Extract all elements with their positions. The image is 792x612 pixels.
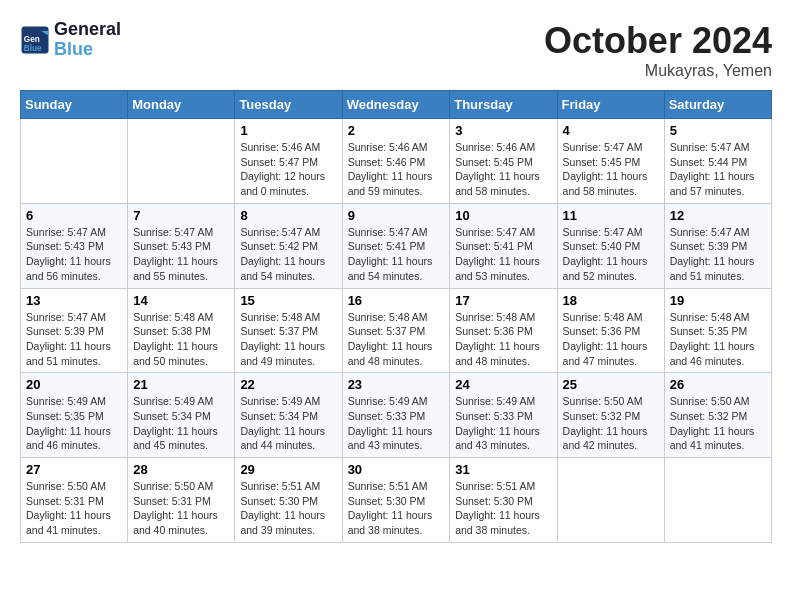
page-header: Gen Blue General Blue October 2024 Mukay… bbox=[20, 20, 772, 80]
day-info: Sunrise: 5:46 AM Sunset: 5:47 PM Dayligh… bbox=[240, 140, 336, 199]
calendar-cell: 28Sunrise: 5:50 AM Sunset: 5:31 PM Dayli… bbox=[128, 458, 235, 543]
day-info: Sunrise: 5:50 AM Sunset: 5:32 PM Dayligh… bbox=[563, 394, 659, 453]
day-info: Sunrise: 5:50 AM Sunset: 5:31 PM Dayligh… bbox=[133, 479, 229, 538]
calendar-cell: 26Sunrise: 5:50 AM Sunset: 5:32 PM Dayli… bbox=[664, 373, 771, 458]
calendar-cell: 2Sunrise: 5:46 AM Sunset: 5:46 PM Daylig… bbox=[342, 119, 450, 204]
day-info: Sunrise: 5:49 AM Sunset: 5:35 PM Dayligh… bbox=[26, 394, 122, 453]
day-number: 17 bbox=[455, 293, 551, 308]
day-info: Sunrise: 5:47 AM Sunset: 5:39 PM Dayligh… bbox=[670, 225, 766, 284]
weekday-header: Sunday bbox=[21, 91, 128, 119]
day-info: Sunrise: 5:49 AM Sunset: 5:33 PM Dayligh… bbox=[455, 394, 551, 453]
day-info: Sunrise: 5:47 AM Sunset: 5:45 PM Dayligh… bbox=[563, 140, 659, 199]
day-info: Sunrise: 5:47 AM Sunset: 5:41 PM Dayligh… bbox=[455, 225, 551, 284]
calendar-week-row: 20Sunrise: 5:49 AM Sunset: 5:35 PM Dayli… bbox=[21, 373, 772, 458]
day-number: 19 bbox=[670, 293, 766, 308]
weekday-header: Wednesday bbox=[342, 91, 450, 119]
day-info: Sunrise: 5:47 AM Sunset: 5:43 PM Dayligh… bbox=[26, 225, 122, 284]
day-number: 22 bbox=[240, 377, 336, 392]
calendar-cell: 29Sunrise: 5:51 AM Sunset: 5:30 PM Dayli… bbox=[235, 458, 342, 543]
calendar-cell: 17Sunrise: 5:48 AM Sunset: 5:36 PM Dayli… bbox=[450, 288, 557, 373]
day-number: 3 bbox=[455, 123, 551, 138]
calendar-table: SundayMondayTuesdayWednesdayThursdayFrid… bbox=[20, 90, 772, 543]
day-info: Sunrise: 5:47 AM Sunset: 5:44 PM Dayligh… bbox=[670, 140, 766, 199]
day-info: Sunrise: 5:47 AM Sunset: 5:43 PM Dayligh… bbox=[133, 225, 229, 284]
day-number: 20 bbox=[26, 377, 122, 392]
day-number: 21 bbox=[133, 377, 229, 392]
logo-text: General Blue bbox=[54, 20, 121, 60]
day-number: 28 bbox=[133, 462, 229, 477]
day-number: 7 bbox=[133, 208, 229, 223]
day-number: 6 bbox=[26, 208, 122, 223]
svg-text:Blue: Blue bbox=[24, 43, 42, 52]
day-info: Sunrise: 5:46 AM Sunset: 5:45 PM Dayligh… bbox=[455, 140, 551, 199]
calendar-cell: 13Sunrise: 5:47 AM Sunset: 5:39 PM Dayli… bbox=[21, 288, 128, 373]
calendar-cell: 1Sunrise: 5:46 AM Sunset: 5:47 PM Daylig… bbox=[235, 119, 342, 204]
calendar-header-row: SundayMondayTuesdayWednesdayThursdayFrid… bbox=[21, 91, 772, 119]
calendar-week-row: 13Sunrise: 5:47 AM Sunset: 5:39 PM Dayli… bbox=[21, 288, 772, 373]
day-info: Sunrise: 5:48 AM Sunset: 5:36 PM Dayligh… bbox=[455, 310, 551, 369]
day-number: 4 bbox=[563, 123, 659, 138]
calendar-cell: 12Sunrise: 5:47 AM Sunset: 5:39 PM Dayli… bbox=[664, 203, 771, 288]
calendar-cell: 8Sunrise: 5:47 AM Sunset: 5:42 PM Daylig… bbox=[235, 203, 342, 288]
day-number: 11 bbox=[563, 208, 659, 223]
weekday-header: Thursday bbox=[450, 91, 557, 119]
day-number: 14 bbox=[133, 293, 229, 308]
calendar-cell: 20Sunrise: 5:49 AM Sunset: 5:35 PM Dayli… bbox=[21, 373, 128, 458]
day-info: Sunrise: 5:47 AM Sunset: 5:39 PM Dayligh… bbox=[26, 310, 122, 369]
calendar-cell bbox=[128, 119, 235, 204]
day-number: 8 bbox=[240, 208, 336, 223]
calendar-week-row: 1Sunrise: 5:46 AM Sunset: 5:47 PM Daylig… bbox=[21, 119, 772, 204]
day-info: Sunrise: 5:48 AM Sunset: 5:37 PM Dayligh… bbox=[348, 310, 445, 369]
day-number: 27 bbox=[26, 462, 122, 477]
calendar-cell bbox=[21, 119, 128, 204]
day-number: 25 bbox=[563, 377, 659, 392]
day-number: 24 bbox=[455, 377, 551, 392]
day-number: 1 bbox=[240, 123, 336, 138]
day-number: 26 bbox=[670, 377, 766, 392]
day-number: 12 bbox=[670, 208, 766, 223]
calendar-cell: 19Sunrise: 5:48 AM Sunset: 5:35 PM Dayli… bbox=[664, 288, 771, 373]
calendar-cell: 10Sunrise: 5:47 AM Sunset: 5:41 PM Dayli… bbox=[450, 203, 557, 288]
day-info: Sunrise: 5:51 AM Sunset: 5:30 PM Dayligh… bbox=[455, 479, 551, 538]
day-info: Sunrise: 5:47 AM Sunset: 5:40 PM Dayligh… bbox=[563, 225, 659, 284]
day-info: Sunrise: 5:49 AM Sunset: 5:33 PM Dayligh… bbox=[348, 394, 445, 453]
day-number: 10 bbox=[455, 208, 551, 223]
calendar-cell bbox=[557, 458, 664, 543]
day-number: 5 bbox=[670, 123, 766, 138]
logo-icon: Gen Blue bbox=[20, 25, 50, 55]
day-info: Sunrise: 5:48 AM Sunset: 5:35 PM Dayligh… bbox=[670, 310, 766, 369]
weekday-header: Monday bbox=[128, 91, 235, 119]
day-number: 29 bbox=[240, 462, 336, 477]
calendar-cell bbox=[664, 458, 771, 543]
calendar-cell: 14Sunrise: 5:48 AM Sunset: 5:38 PM Dayli… bbox=[128, 288, 235, 373]
weekday-header: Friday bbox=[557, 91, 664, 119]
weekday-header: Saturday bbox=[664, 91, 771, 119]
day-number: 15 bbox=[240, 293, 336, 308]
weekday-header: Tuesday bbox=[235, 91, 342, 119]
calendar-cell: 27Sunrise: 5:50 AM Sunset: 5:31 PM Dayli… bbox=[21, 458, 128, 543]
calendar-cell: 16Sunrise: 5:48 AM Sunset: 5:37 PM Dayli… bbox=[342, 288, 450, 373]
day-number: 18 bbox=[563, 293, 659, 308]
calendar-cell: 30Sunrise: 5:51 AM Sunset: 5:30 PM Dayli… bbox=[342, 458, 450, 543]
day-info: Sunrise: 5:50 AM Sunset: 5:32 PM Dayligh… bbox=[670, 394, 766, 453]
day-number: 31 bbox=[455, 462, 551, 477]
day-info: Sunrise: 5:46 AM Sunset: 5:46 PM Dayligh… bbox=[348, 140, 445, 199]
day-info: Sunrise: 5:49 AM Sunset: 5:34 PM Dayligh… bbox=[240, 394, 336, 453]
calendar-cell: 22Sunrise: 5:49 AM Sunset: 5:34 PM Dayli… bbox=[235, 373, 342, 458]
calendar-week-row: 6Sunrise: 5:47 AM Sunset: 5:43 PM Daylig… bbox=[21, 203, 772, 288]
title-block: October 2024 Mukayras, Yemen bbox=[544, 20, 772, 80]
day-info: Sunrise: 5:48 AM Sunset: 5:38 PM Dayligh… bbox=[133, 310, 229, 369]
day-number: 9 bbox=[348, 208, 445, 223]
location: Mukayras, Yemen bbox=[544, 62, 772, 80]
calendar-cell: 24Sunrise: 5:49 AM Sunset: 5:33 PM Dayli… bbox=[450, 373, 557, 458]
calendar-cell: 6Sunrise: 5:47 AM Sunset: 5:43 PM Daylig… bbox=[21, 203, 128, 288]
calendar-week-row: 27Sunrise: 5:50 AM Sunset: 5:31 PM Dayli… bbox=[21, 458, 772, 543]
calendar-cell: 7Sunrise: 5:47 AM Sunset: 5:43 PM Daylig… bbox=[128, 203, 235, 288]
day-info: Sunrise: 5:50 AM Sunset: 5:31 PM Dayligh… bbox=[26, 479, 122, 538]
calendar-cell: 3Sunrise: 5:46 AM Sunset: 5:45 PM Daylig… bbox=[450, 119, 557, 204]
calendar-cell: 23Sunrise: 5:49 AM Sunset: 5:33 PM Dayli… bbox=[342, 373, 450, 458]
day-number: 2 bbox=[348, 123, 445, 138]
day-number: 30 bbox=[348, 462, 445, 477]
calendar-cell: 5Sunrise: 5:47 AM Sunset: 5:44 PM Daylig… bbox=[664, 119, 771, 204]
day-number: 16 bbox=[348, 293, 445, 308]
